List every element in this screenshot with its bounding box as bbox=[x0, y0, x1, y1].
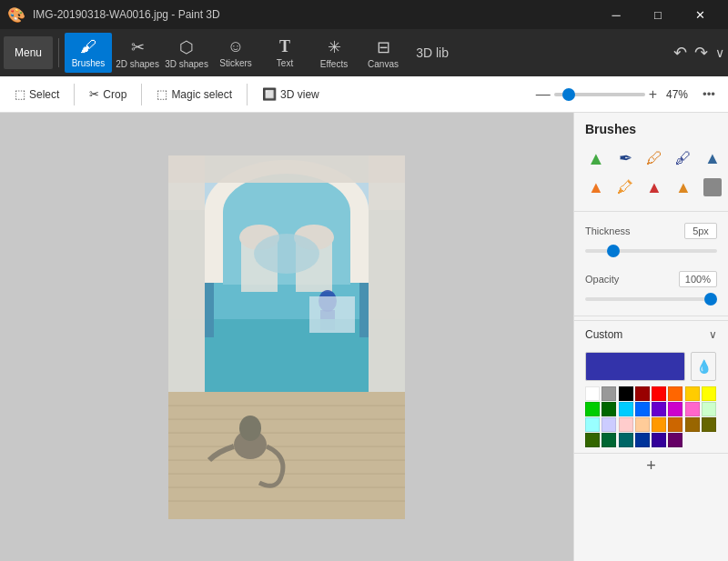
color-cell[interactable] bbox=[668, 386, 682, 401]
opacity-label-row: Opacity 100% bbox=[585, 271, 717, 287]
select-label: Select bbox=[29, 88, 59, 101]
color-cell[interactable] bbox=[652, 433, 666, 447]
tool-3d-library[interactable]: 3D lib bbox=[409, 33, 456, 73]
toolbar2-sep1 bbox=[74, 84, 75, 105]
crop-icon: ✂ bbox=[89, 87, 99, 101]
color-cell[interactable] bbox=[585, 386, 600, 401]
brush-item-highlighter[interactable]: 🖍 bbox=[612, 175, 638, 200]
svg-point-25 bbox=[239, 416, 261, 441]
color-cell[interactable] bbox=[602, 386, 616, 401]
thickness-slider[interactable] bbox=[585, 249, 717, 253]
color-cell[interactable] bbox=[635, 402, 650, 416]
panel-divider1 bbox=[574, 211, 728, 212]
select-icon: ⬚ bbox=[15, 87, 25, 101]
brush-item-pen[interactable]: ▲ bbox=[583, 175, 609, 200]
color-cell[interactable] bbox=[619, 417, 633, 432]
color-cell[interactable] bbox=[619, 433, 633, 447]
magic-select-button[interactable]: ⬚ Magic select bbox=[149, 84, 239, 105]
color-cell[interactable] bbox=[702, 417, 716, 432]
text-label: Text bbox=[277, 58, 293, 68]
toolbar1-separator bbox=[58, 38, 59, 67]
color-cell[interactable] bbox=[685, 402, 700, 416]
3d-view-label: 3D view bbox=[280, 88, 319, 101]
zoom-minus-icon: — bbox=[536, 86, 551, 103]
color-cell[interactable] bbox=[619, 386, 633, 401]
close-button[interactable]: ✕ bbox=[679, 0, 721, 29]
color-cell[interactable] bbox=[685, 417, 700, 432]
brush-item-pencil1[interactable]: ▲ bbox=[700, 145, 725, 171]
toolbar2-more-button[interactable]: ••• bbox=[697, 84, 721, 105]
opacity-slider[interactable] bbox=[585, 297, 717, 301]
color-cell[interactable] bbox=[635, 433, 650, 447]
2d-icon: ✂ bbox=[131, 37, 145, 57]
color-cell[interactable] bbox=[585, 433, 600, 447]
brushes-icon: 🖌 bbox=[80, 37, 96, 56]
color-cell[interactable] bbox=[652, 417, 666, 432]
brush-item-spray[interactable]: ▲ bbox=[642, 175, 667, 200]
menu-button[interactable]: Menu bbox=[4, 36, 53, 69]
selected-color-swatch[interactable] bbox=[585, 352, 685, 381]
toolbar2-sep2 bbox=[141, 84, 142, 105]
thickness-label-row: Thickness 5px bbox=[585, 223, 717, 239]
more-toolbar-button[interactable]: ∨ bbox=[715, 45, 724, 60]
panel-divider2 bbox=[574, 316, 728, 316]
color-cell[interactable] bbox=[602, 402, 616, 416]
color-cell[interactable] bbox=[702, 386, 716, 401]
color-cell[interactable] bbox=[602, 433, 616, 447]
color-swatch-row: 💧 bbox=[574, 348, 728, 385]
color-cell[interactable] bbox=[685, 386, 700, 401]
brush-item-oil[interactable]: 🖊 bbox=[642, 145, 667, 171]
color-cell[interactable] bbox=[668, 433, 682, 447]
canvas-label: Canvas bbox=[368, 59, 399, 69]
color-cell[interactable] bbox=[652, 402, 666, 416]
brush-item-calligraphy[interactable]: ✒ bbox=[612, 145, 638, 171]
color-section-label: Custom bbox=[585, 328, 622, 341]
magic-select-label: Magic select bbox=[171, 88, 232, 101]
title-bar-controls: ─ □ ✕ bbox=[595, 0, 721, 29]
title-bar: 🎨 IMG-20190318-WA0016.jpg - Paint 3D ─ □… bbox=[0, 0, 728, 29]
zoom-slider[interactable] bbox=[554, 93, 645, 96]
brush-item-pixel[interactable] bbox=[703, 178, 722, 196]
maximize-button[interactable]: □ bbox=[637, 0, 679, 29]
tool-brushes[interactable]: 🖌 Brushes bbox=[65, 33, 112, 73]
brush-item-watercolor[interactable]: 🖋 bbox=[671, 145, 696, 171]
svg-point-11 bbox=[254, 234, 319, 274]
tool-effects[interactable]: ✳ Effects bbox=[310, 33, 358, 73]
redo-button[interactable]: ↷ bbox=[694, 43, 708, 63]
color-cell[interactable] bbox=[585, 402, 600, 416]
opacity-label: Opacity bbox=[585, 274, 619, 285]
svg-rect-29 bbox=[205, 283, 214, 337]
3d-view-button[interactable]: 🔲 3D view bbox=[255, 84, 327, 105]
tool-canvas[interactable]: ⊟ Canvas bbox=[359, 33, 407, 73]
color-cell[interactable] bbox=[652, 386, 666, 401]
panel-title: Brushes bbox=[574, 113, 728, 142]
select-button[interactable]: ⬚ Select bbox=[7, 84, 66, 105]
color-cell[interactable] bbox=[702, 402, 716, 416]
color-cell[interactable] bbox=[585, 417, 600, 432]
tool-text[interactable]: T Text bbox=[261, 33, 308, 73]
tool-3d-shapes[interactable]: ⬡ 3D shapes bbox=[163, 33, 210, 73]
toolbar1: Menu 🖌 Brushes ✂ 2D shapes ⬡ 3D shapes ☺… bbox=[0, 29, 728, 76]
color-cell[interactable] bbox=[602, 417, 616, 432]
color-header[interactable]: Custom ∨ bbox=[574, 320, 728, 348]
color-cell[interactable] bbox=[668, 417, 682, 432]
main-area: Brushes ▲ ✒ 🖊 🖋 ▲ ▲ 🖍 ▲ ▲ Thickness 5px bbox=[0, 113, 728, 561]
eyedropper-button[interactable]: 💧 bbox=[691, 352, 716, 381]
crop-button[interactable]: ✂ Crop bbox=[82, 84, 134, 105]
stickers-icon: ☺ bbox=[228, 37, 244, 56]
brush-item-marker[interactable]: ▲ bbox=[583, 145, 609, 171]
color-cell[interactable] bbox=[635, 417, 650, 432]
color-cell[interactable] bbox=[619, 402, 633, 416]
tool-2d[interactable]: ✂ 2D shapes bbox=[114, 33, 161, 73]
color-cell[interactable] bbox=[635, 386, 650, 401]
photo-svg bbox=[168, 155, 405, 519]
undo-button[interactable]: ↶ bbox=[673, 43, 687, 63]
add-color-button[interactable]: + bbox=[574, 453, 728, 478]
brush-item-eraser[interactable]: ▲ bbox=[671, 175, 696, 200]
image-canvas bbox=[168, 155, 405, 519]
tool-stickers[interactable]: ☺ Stickers bbox=[212, 33, 259, 73]
canvas-area[interactable] bbox=[0, 113, 573, 561]
thickness-section: Thickness 5px bbox=[574, 215, 728, 264]
color-cell[interactable] bbox=[668, 402, 682, 416]
minimize-button[interactable]: ─ bbox=[595, 0, 637, 29]
